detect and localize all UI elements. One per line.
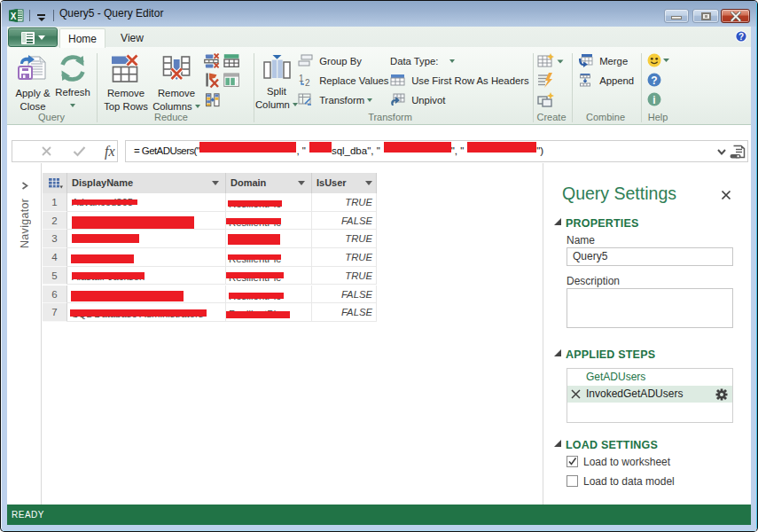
svg-text:X: X bbox=[11, 12, 17, 21]
svg-text:2: 2 bbox=[305, 78, 310, 87]
svg-text:?: ? bbox=[738, 32, 744, 42]
svg-text:i: i bbox=[653, 94, 655, 106]
svg-text:?: ? bbox=[651, 74, 657, 87]
